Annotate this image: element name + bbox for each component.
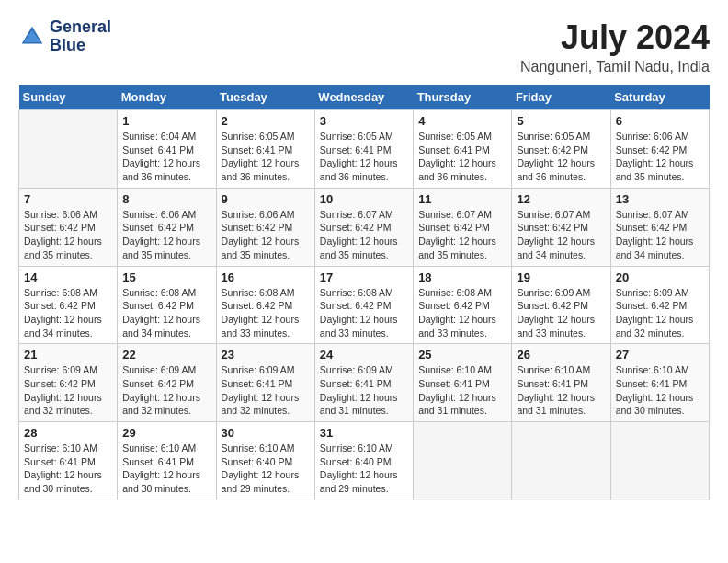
day-number: 14	[24, 270, 112, 284]
day-number: 4	[418, 114, 506, 128]
sunrise-text: Sunrise: 6:07 AM	[616, 209, 689, 220]
day-number: 21	[24, 348, 112, 362]
sunset-text: Sunset: 6:42 PM	[616, 144, 688, 155]
sunrise-text: Sunrise: 6:08 AM	[222, 287, 295, 298]
sunrise-text: Sunrise: 6:08 AM	[418, 287, 492, 298]
day-info: Sunrise: 6:10 AM Sunset: 6:41 PM Dayligh…	[418, 363, 506, 418]
daylight-text: Daylight: 12 hours and 33 minutes.	[320, 314, 398, 339]
day-number: 7	[24, 192, 112, 206]
day-info: Sunrise: 6:05 AM Sunset: 6:41 PM Dayligh…	[418, 130, 506, 184]
sunset-text: Sunset: 6:41 PM	[616, 378, 688, 389]
sunset-text: Sunset: 6:41 PM	[24, 456, 96, 467]
daylight-text: Daylight: 12 hours and 30 minutes.	[616, 392, 694, 417]
table-row: 27 Sunrise: 6:10 AM Sunset: 6:41 PM Dayl…	[610, 344, 709, 422]
daylight-text: Daylight: 12 hours and 36 minutes.	[517, 157, 595, 182]
day-number: 5	[517, 114, 605, 128]
day-number: 16	[222, 270, 310, 284]
calendar-header-row: Sunday Monday Tuesday Wednesday Thursday…	[19, 85, 710, 110]
daylight-text: Daylight: 12 hours and 35 minutes.	[418, 236, 496, 260]
table-row: 23 Sunrise: 6:09 AM Sunset: 6:41 PM Dayl…	[216, 344, 314, 422]
sunrise-text: Sunrise: 6:10 AM	[222, 442, 295, 454]
daylight-text: Daylight: 12 hours and 31 minutes.	[320, 392, 398, 417]
location-title: Nanguneri, Tamil Nadu, India	[520, 59, 710, 75]
table-row: 25 Sunrise: 6:10 AM Sunset: 6:41 PM Dayl…	[414, 344, 512, 422]
day-info: Sunrise: 6:05 AM Sunset: 6:42 PM Dayligh…	[517, 130, 605, 184]
header-saturday: Saturday	[610, 85, 709, 110]
table-row: 9 Sunrise: 6:06 AM Sunset: 6:42 PM Dayli…	[216, 188, 314, 266]
table-row: 1 Sunrise: 6:04 AM Sunset: 6:41 PM Dayli…	[118, 110, 216, 189]
sunset-text: Sunset: 6:42 PM	[122, 378, 194, 389]
daylight-text: Daylight: 12 hours and 34 minutes.	[616, 236, 694, 260]
sunrise-text: Sunrise: 6:06 AM	[222, 209, 295, 220]
day-number: 11	[418, 192, 506, 206]
day-info: Sunrise: 6:06 AM Sunset: 6:42 PM Dayligh…	[24, 208, 112, 262]
sunrise-text: Sunrise: 6:10 AM	[320, 442, 393, 454]
sunset-text: Sunset: 6:40 PM	[320, 456, 392, 467]
day-info: Sunrise: 6:08 AM Sunset: 6:42 PM Dayligh…	[24, 286, 112, 340]
day-info: Sunrise: 6:06 AM Sunset: 6:42 PM Dayligh…	[122, 208, 210, 262]
logo-text: General Blue	[50, 18, 111, 55]
day-info: Sunrise: 6:07 AM Sunset: 6:42 PM Dayligh…	[616, 208, 704, 262]
table-row: 12 Sunrise: 6:07 AM Sunset: 6:42 PM Dayl…	[512, 188, 610, 266]
table-row	[414, 422, 512, 500]
header-thursday: Thursday	[414, 85, 512, 110]
header-wednesday: Wednesday	[314, 85, 413, 110]
sunset-text: Sunset: 6:41 PM	[320, 378, 392, 389]
table-row	[19, 110, 118, 189]
daylight-text: Daylight: 12 hours and 34 minutes.	[517, 236, 595, 260]
sunset-text: Sunset: 6:42 PM	[222, 222, 293, 233]
sunset-text: Sunset: 6:42 PM	[24, 222, 96, 233]
sunrise-text: Sunrise: 6:10 AM	[616, 364, 689, 375]
daylight-text: Daylight: 12 hours and 34 minutes.	[24, 314, 102, 339]
header-friday: Friday	[512, 85, 610, 110]
day-number: 10	[320, 192, 408, 206]
day-number: 29	[122, 426, 210, 440]
sunset-text: Sunset: 6:42 PM	[122, 222, 194, 233]
sunset-text: Sunset: 6:42 PM	[24, 378, 96, 389]
table-row	[610, 422, 709, 500]
day-number: 31	[320, 426, 408, 440]
calendar-week-row: 1 Sunrise: 6:04 AM Sunset: 6:41 PM Dayli…	[19, 110, 710, 189]
daylight-text: Daylight: 12 hours and 29 minutes.	[320, 469, 398, 494]
day-info: Sunrise: 6:07 AM Sunset: 6:42 PM Dayligh…	[320, 208, 408, 262]
day-info: Sunrise: 6:09 AM Sunset: 6:42 PM Dayligh…	[24, 363, 112, 418]
sunset-text: Sunset: 6:42 PM	[122, 300, 194, 311]
table-row: 14 Sunrise: 6:08 AM Sunset: 6:42 PM Dayl…	[19, 266, 118, 344]
day-number: 15	[122, 270, 210, 284]
sunrise-text: Sunrise: 6:10 AM	[24, 442, 97, 454]
sunset-text: Sunset: 6:41 PM	[418, 144, 490, 155]
sunrise-text: Sunrise: 6:04 AM	[122, 131, 196, 142]
sunrise-text: Sunrise: 6:08 AM	[320, 287, 393, 298]
calendar-week-row: 28 Sunrise: 6:10 AM Sunset: 6:41 PM Dayl…	[19, 422, 710, 500]
table-row: 30 Sunrise: 6:10 AM Sunset: 6:40 PM Dayl…	[216, 422, 314, 500]
day-info: Sunrise: 6:08 AM Sunset: 6:42 PM Dayligh…	[222, 286, 310, 340]
table-row: 3 Sunrise: 6:05 AM Sunset: 6:41 PM Dayli…	[314, 110, 413, 189]
daylight-text: Daylight: 12 hours and 33 minutes.	[222, 314, 300, 339]
header-sunday: Sunday	[19, 85, 118, 110]
daylight-text: Daylight: 12 hours and 32 minutes.	[122, 392, 200, 417]
day-info: Sunrise: 6:10 AM Sunset: 6:40 PM Dayligh…	[222, 442, 310, 496]
day-info: Sunrise: 6:08 AM Sunset: 6:42 PM Dayligh…	[320, 286, 408, 340]
table-row: 19 Sunrise: 6:09 AM Sunset: 6:42 PM Dayl…	[512, 266, 610, 344]
sunset-text: Sunset: 6:40 PM	[222, 456, 293, 467]
day-number: 23	[222, 348, 310, 362]
header-tuesday: Tuesday	[216, 85, 314, 110]
day-number: 26	[517, 348, 605, 362]
daylight-text: Daylight: 12 hours and 35 minutes.	[222, 236, 300, 260]
day-info: Sunrise: 6:10 AM Sunset: 6:40 PM Dayligh…	[320, 442, 408, 496]
sunrise-text: Sunrise: 6:09 AM	[24, 364, 97, 375]
sunrise-text: Sunrise: 6:07 AM	[418, 209, 492, 220]
day-info: Sunrise: 6:06 AM Sunset: 6:42 PM Dayligh…	[222, 208, 310, 262]
table-row: 20 Sunrise: 6:09 AM Sunset: 6:42 PM Dayl…	[610, 266, 709, 344]
day-info: Sunrise: 6:09 AM Sunset: 6:41 PM Dayligh…	[222, 363, 310, 418]
daylight-text: Daylight: 12 hours and 35 minutes.	[122, 236, 200, 260]
table-row: 2 Sunrise: 6:05 AM Sunset: 6:41 PM Dayli…	[216, 110, 314, 189]
day-info: Sunrise: 6:05 AM Sunset: 6:41 PM Dayligh…	[320, 130, 408, 184]
header-monday: Monday	[118, 85, 216, 110]
calendar-week-row: 14 Sunrise: 6:08 AM Sunset: 6:42 PM Dayl…	[19, 266, 710, 344]
daylight-text: Daylight: 12 hours and 32 minutes.	[616, 314, 694, 339]
calendar-week-row: 7 Sunrise: 6:06 AM Sunset: 6:42 PM Dayli…	[19, 188, 710, 266]
day-number: 3	[320, 114, 408, 128]
sunset-text: Sunset: 6:42 PM	[222, 300, 293, 311]
sunrise-text: Sunrise: 6:09 AM	[616, 287, 689, 298]
